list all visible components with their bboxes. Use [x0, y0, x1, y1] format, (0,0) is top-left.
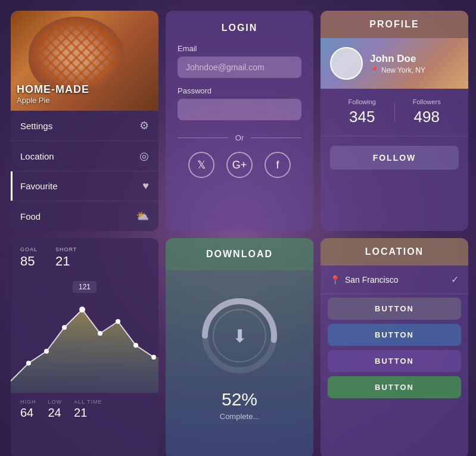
svg-point-3	[79, 307, 85, 313]
all-time-value: 21	[74, 406, 102, 420]
svg-point-5	[116, 319, 120, 324]
profile-card: PROFILE John Doe 📍 New York, NY Followin…	[321, 11, 468, 231]
map-pin-icon: 📍	[330, 275, 340, 285]
svg-point-1	[44, 349, 49, 354]
all-time-stat: ALL TIME 21	[74, 399, 102, 420]
heart-icon: ♥	[142, 180, 149, 192]
location-pin-icon: 📍	[370, 66, 379, 74]
profile-stats: Following 345 Followers 498	[321, 89, 468, 136]
login-card: LOGIN Email Password Or 𝕏 G+ f	[166, 11, 313, 231]
menu-items: Settings ⚙ Location ◎ Favourite ♥ Food ⛅	[11, 111, 158, 231]
food-image: HOME-MADE Apple Pie	[11, 11, 158, 111]
following-label: Following	[330, 98, 394, 105]
download-card: DOWNLOAD ⬇ 52% Complete...	[166, 238, 313, 456]
following-value: 345	[330, 108, 394, 126]
menu-item-location[interactable]: Location ◎	[11, 141, 158, 171]
download-icon: ⬇	[232, 326, 247, 346]
facebook-button[interactable]: f	[265, 152, 291, 178]
button-3[interactable]: BUTTON	[328, 350, 461, 372]
menu-item-favourite[interactable]: Favourite ♥	[11, 171, 158, 201]
profile-title: PROFILE	[321, 11, 468, 38]
following-stat: Following 345	[330, 98, 394, 126]
location-icon: ◎	[139, 149, 149, 163]
short-label: SHORT	[55, 246, 77, 252]
city-name: San Francisco	[345, 275, 398, 285]
chart-tooltip: 121	[73, 281, 97, 293]
profile-banner: John Doe 📍 New York, NY	[321, 38, 468, 89]
food-subtitle: Apple Pie	[17, 96, 89, 105]
svg-point-7	[151, 355, 156, 360]
location-card: LOCATION 📍 San Francisco ✓ BUTTON BUTTON…	[321, 238, 468, 456]
profile-name: John Doe	[370, 53, 425, 65]
high-stat: HIGH 64	[20, 399, 36, 420]
divider: Or	[178, 133, 301, 142]
menu-item-settings[interactable]: Settings ⚙	[11, 111, 158, 141]
location-title: LOCATION	[321, 238, 468, 266]
or-text: Or	[228, 133, 251, 142]
chart-area: 121	[11, 274, 158, 393]
menu-item-food[interactable]: Food ⛅	[11, 201, 158, 231]
check-icon: ✓	[451, 274, 459, 285]
email-input[interactable]	[178, 57, 301, 78]
all-time-label: ALL TIME	[74, 399, 102, 405]
button-1[interactable]: BUTTON	[328, 298, 461, 320]
password-label: Password	[178, 86, 301, 95]
settings-label: Settings	[20, 121, 52, 131]
followers-stat: Followers 498	[395, 98, 459, 126]
svg-point-0	[26, 361, 31, 366]
settings-icon: ⚙	[139, 119, 149, 132]
avatar	[330, 47, 363, 80]
svg-point-4	[98, 331, 102, 336]
profile-info: John Doe 📍 New York, NY	[370, 53, 425, 74]
google-icon: G+	[232, 159, 247, 171]
password-input[interactable]	[178, 99, 301, 120]
chart-card: GOAL 85 SHORT 21 121	[11, 238, 158, 456]
profile-location: 📍 New York, NY	[370, 66, 425, 74]
chart-footer: HIGH 64 LOW 24 ALL TIME 21	[11, 393, 158, 426]
location-left: 📍 San Francisco	[330, 275, 398, 285]
low-value: 24	[48, 406, 63, 420]
location-row: 📍 San Francisco ✓	[321, 266, 468, 294]
short-value: 21	[55, 254, 77, 269]
email-label: Email	[178, 44, 301, 53]
svg-point-6	[133, 343, 138, 348]
high-value: 64	[20, 406, 36, 420]
menu-card: HOME-MADE Apple Pie Settings ⚙ Location …	[11, 11, 158, 231]
location-label: Location	[20, 151, 54, 161]
login-title: LOGIN	[178, 23, 301, 33]
twitter-button[interactable]: 𝕏	[188, 152, 214, 178]
svg-point-2	[62, 325, 67, 330]
food-label: Food	[20, 211, 41, 221]
button-4[interactable]: BUTTON	[328, 376, 461, 398]
chart-header: GOAL 85 SHORT 21	[11, 238, 158, 274]
button-2[interactable]: BUTTON	[328, 324, 461, 346]
low-label: LOW	[48, 399, 63, 405]
social-icons: 𝕏 G+ f	[178, 152, 301, 178]
download-title: DOWNLOAD	[166, 238, 313, 270]
goal-value: 85	[20, 254, 38, 269]
button-group: BUTTON BUTTON BUTTON BUTTON	[321, 294, 468, 406]
high-label: HIGH	[20, 399, 36, 405]
progress-ring: ⬇	[198, 294, 281, 377]
followers-label: Followers	[395, 98, 459, 105]
google-button[interactable]: G+	[226, 152, 253, 178]
food-title: HOME-MADE	[17, 84, 89, 96]
follow-button[interactable]: FOLLOW	[330, 146, 459, 170]
goal-stat: GOAL 85	[20, 246, 38, 269]
twitter-icon: 𝕏	[197, 158, 206, 171]
goal-label: GOAL	[20, 246, 38, 252]
facebook-icon: f	[276, 159, 279, 171]
download-percent: 52%	[222, 389, 257, 410]
download-label: Complete...	[220, 412, 259, 421]
followers-value: 498	[395, 108, 459, 126]
favourite-label: Favourite	[20, 181, 58, 191]
short-stat: SHORT 21	[55, 246, 77, 269]
food-icon: ⛅	[136, 210, 149, 223]
low-stat: LOW 24	[48, 399, 63, 420]
